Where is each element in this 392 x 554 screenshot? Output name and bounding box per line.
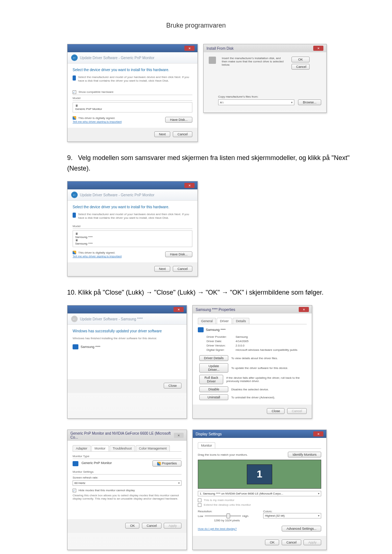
close-icon[interactable]: ✕ bbox=[313, 46, 323, 51]
model-list[interactable]: 🖥 Generic PnP Monitor bbox=[73, 102, 192, 112]
close-icon[interactable]: ✕ bbox=[174, 433, 184, 438]
monitor-dropdown[interactable]: 1. Samsung **** on NVIDIA GeForce 6600 L… bbox=[198, 491, 321, 496]
wizard-subtext: Select the manufacturer and model of you… bbox=[78, 213, 192, 220]
close-icon[interactable]: ✕ bbox=[299, 307, 309, 312]
cancel-button[interactable]: Cancel bbox=[173, 131, 192, 137]
display-settings-dialog: Display Settings ✕ Monitor Drag the icon… bbox=[192, 430, 327, 550]
back-arrow-icon[interactable]: ← bbox=[71, 192, 78, 198]
ok-button[interactable]: OK bbox=[125, 523, 139, 529]
model-list[interactable]: 🖥 Samsung **** 🖥 Samsung **** bbox=[73, 230, 192, 247]
close-button[interactable]: Close bbox=[164, 383, 181, 389]
next-button[interactable]: Next bbox=[154, 131, 171, 137]
monitor-icon bbox=[73, 75, 76, 81]
tab-troubleshoot[interactable]: Troubleshoot bbox=[110, 445, 135, 451]
select-driver-dialog-2: ✕ ← Update Driver Software - Generic PnP… bbox=[67, 181, 198, 276]
disk-icon bbox=[209, 57, 216, 64]
signing-link[interactable]: Tell me why driver signing is important bbox=[73, 120, 122, 123]
have-disk-button[interactable]: Have Disk... bbox=[165, 117, 192, 123]
drag-text: Drag the icons to match your monitors. bbox=[198, 453, 248, 456]
update-success-dialog: ✕ ← Update Driver Software - Samsung ***… bbox=[67, 305, 187, 419]
close-icon[interactable]: ✕ bbox=[313, 431, 323, 436]
dialog-title-text: Display Settings bbox=[196, 432, 222, 436]
monitor-type-label: Monitor Type bbox=[73, 455, 181, 459]
tab-color-management[interactable]: Color Management bbox=[136, 445, 170, 451]
rollback-button[interactable]: Roll Back Driver bbox=[199, 375, 223, 384]
compatible-label: Show compatible hardware bbox=[78, 90, 114, 94]
apply-button: Apply bbox=[303, 539, 321, 545]
hide-modes-text: Clearing this check box allows you to se… bbox=[73, 494, 181, 500]
main-monitor-checkbox bbox=[198, 498, 201, 502]
signing-link[interactable]: Tell me why driver signing is important bbox=[73, 255, 122, 258]
update-driver-button[interactable]: Update Driver... bbox=[199, 363, 228, 373]
close-icon[interactable]: ✕ bbox=[173, 307, 184, 312]
back-arrow-icon: ← bbox=[71, 316, 78, 322]
chevron-down-icon: ▾ bbox=[318, 514, 319, 517]
wizard-heading: Select the device driver you want to ins… bbox=[73, 68, 192, 72]
extend-checkbox bbox=[198, 503, 201, 507]
dialog-title-text: Generic PnP Monitor and NVIDIA GeForce 6… bbox=[70, 431, 174, 439]
colors-dropdown[interactable]: Highest (32 bit) ▾ bbox=[263, 513, 321, 518]
hide-modes-label: Hide modes that this monitor cannot disp… bbox=[78, 489, 135, 492]
driver-details-button[interactable]: Driver Details bbox=[199, 355, 228, 361]
uninstall-button[interactable]: Uninstall bbox=[199, 394, 228, 400]
monitor-icon bbox=[73, 344, 78, 349]
cancel-button[interactable]: Cancel bbox=[282, 539, 301, 545]
monitor-properties-dialog: Generic PnP Monitor and NVIDIA GeForce 6… bbox=[67, 430, 187, 550]
chevron-down-icon: ▾ bbox=[291, 101, 293, 104]
wizard-subtext: Select the manufacturer and model of you… bbox=[78, 75, 192, 83]
device-name: Samsung **** bbox=[206, 328, 226, 332]
hide-modes-checkbox[interactable] bbox=[73, 489, 76, 492]
resolution-slider[interactable] bbox=[205, 515, 241, 517]
cancel-button[interactable]: Cancel bbox=[291, 64, 310, 70]
wizard-subtext: Windows has finished installing the driv… bbox=[73, 337, 181, 340]
cancel-button: Cancel bbox=[287, 408, 307, 414]
advanced-button[interactable]: Advanced Settings... bbox=[282, 526, 321, 532]
browse-button[interactable]: Browse... bbox=[298, 99, 321, 105]
close-button[interactable]: Close bbox=[267, 408, 285, 414]
model-label: Model bbox=[73, 225, 192, 229]
signed-text: This driver is digitally signed. bbox=[78, 116, 115, 120]
ok-button[interactable]: OK bbox=[291, 57, 310, 62]
step-10-text: 10.Klikk på "Close" (Lukk) → "Close" (Lu… bbox=[67, 287, 352, 298]
tab-monitor[interactable]: Monitor bbox=[91, 445, 109, 451]
monitor-1[interactable]: 1 bbox=[247, 464, 272, 484]
chevron-down-icon: ▾ bbox=[318, 492, 319, 495]
identify-button[interactable]: Identify Monitors bbox=[288, 452, 321, 457]
tab-adapter[interactable]: Adapter bbox=[73, 445, 91, 451]
compatible-checkbox[interactable] bbox=[73, 90, 76, 94]
cancel-button[interactable]: Cancel bbox=[142, 523, 162, 529]
disable-button[interactable]: Disable bbox=[199, 386, 228, 392]
have-disk-button[interactable]: Have Disk... bbox=[165, 251, 192, 257]
properties-button[interactable]: Properties bbox=[152, 460, 181, 467]
monitor-arrangement[interactable]: 1 bbox=[198, 460, 321, 489]
dialog-title-text: Install From Disk bbox=[207, 46, 233, 50]
model-name: Samsung **** bbox=[81, 345, 101, 349]
page-title: Bruke programvaren bbox=[36, 22, 356, 29]
next-button[interactable]: Next bbox=[154, 266, 171, 272]
tab-driver[interactable]: Driver bbox=[217, 318, 232, 324]
colors-label: Colors: bbox=[263, 510, 321, 513]
close-icon[interactable]: ✕ bbox=[184, 46, 195, 51]
chevron-down-icon: ▾ bbox=[178, 481, 180, 485]
monitor-icon bbox=[73, 461, 78, 466]
copy-path-dropdown[interactable]: A:\ ▾ bbox=[218, 99, 294, 105]
driver-properties-dialog: Samsung **** Properties ✕ General Driver… bbox=[192, 305, 312, 419]
dialog-title-text: Samsung **** Properties bbox=[196, 308, 235, 312]
refresh-dropdown[interactable]: 60 Hertz ▾ bbox=[73, 480, 181, 486]
tab-monitor[interactable]: Monitor bbox=[198, 442, 215, 448]
extend-label: Extend the desktop onto this monitor bbox=[204, 503, 251, 506]
signed-text: This driver is digitally signed. bbox=[78, 251, 115, 254]
breadcrumb-text: Update Driver Software - Samsung **** bbox=[80, 317, 143, 321]
close-icon[interactable]: ✕ bbox=[184, 183, 195, 188]
step-9-text: 9.Velg modellen som samsvarer med skjerm… bbox=[67, 153, 352, 174]
tab-details[interactable]: Details bbox=[233, 318, 249, 324]
ok-button[interactable]: OK bbox=[265, 539, 279, 545]
tab-general[interactable]: General bbox=[198, 318, 216, 324]
back-arrow-icon[interactable]: ← bbox=[71, 54, 78, 61]
monitor-settings-label: Monitor Settings bbox=[73, 470, 181, 475]
cancel-button[interactable]: Cancel bbox=[173, 266, 192, 272]
refresh-label: Screen refresh rate: bbox=[73, 476, 181, 479]
wizard-heading: Select the device driver you want to ins… bbox=[73, 205, 192, 209]
help-link[interactable]: How do I get the best display? bbox=[198, 527, 237, 530]
apply-button: Apply bbox=[164, 523, 181, 529]
